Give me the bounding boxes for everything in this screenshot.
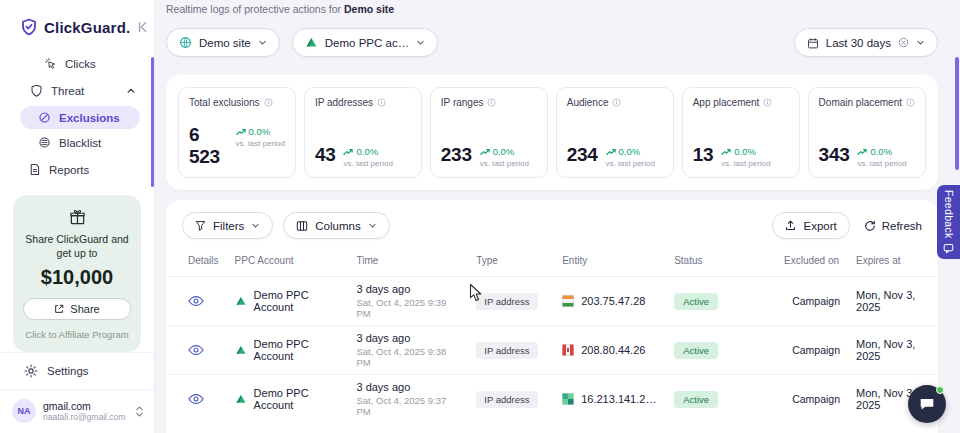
sidebar-item-label: Blacklist <box>59 137 101 149</box>
ads-account-icon <box>235 393 247 405</box>
stat-label: App placement <box>693 97 760 108</box>
info-icon[interactable] <box>763 98 772 107</box>
stat-delta-value: 0.0% <box>249 126 271 137</box>
time-relative: 3 days ago <box>356 332 460 344</box>
geo-flag-icon <box>562 393 574 405</box>
clear-date-icon[interactable] <box>898 37 909 48</box>
col-header-ppc-account[interactable]: PPC Account <box>227 249 349 277</box>
sidebar-item-label: Clicks <box>65 58 96 70</box>
chat-launcher-button[interactable] <box>908 385 946 423</box>
time-relative: 3 days ago <box>356 283 460 295</box>
excluded-on-value: Campaign <box>776 375 848 424</box>
feedback-chat-icon <box>943 243 954 254</box>
view-details-eye-icon[interactable] <box>188 393 204 405</box>
chevron-down-icon <box>258 38 267 47</box>
expires-at-value: Mon, Nov 3, 2025 <box>848 277 938 326</box>
table-row[interactable]: Demo PPC Account 3 days ago Sat, Oct 4, … <box>166 375 938 424</box>
sidebar-item-reports[interactable]: Reports <box>0 156 154 183</box>
affiliate-link[interactable]: Click to Affiliate Program <box>23 329 131 340</box>
feedback-tab[interactable]: Feedback <box>937 185 960 259</box>
feedback-tab-label: Feedback <box>943 190 955 239</box>
entity-value: 208.80.44.26 <box>581 344 645 356</box>
stat-value: 13 <box>693 144 714 166</box>
col-header-type[interactable]: Type <box>468 249 554 277</box>
col-header-status[interactable]: Status <box>666 249 776 277</box>
export-button-label: Export <box>803 220 836 232</box>
ppc-account-name: Demo PPC Account <box>254 289 341 313</box>
col-header-time[interactable]: Time <box>348 249 468 277</box>
export-icon <box>785 220 796 231</box>
type-tag: IP address <box>476 342 537 359</box>
stat-card-total-exclusions: Total exclusions 6 523 0.0% vs. last per… <box>178 87 296 178</box>
sidebar-item-settings[interactable]: Settings <box>0 352 154 389</box>
filter-row: Demo site Demo PPC ac… Last 30 days <box>166 28 938 57</box>
info-icon[interactable] <box>377 98 386 107</box>
refresh-button[interactable]: Refresh <box>864 220 922 232</box>
view-details-eye-icon[interactable] <box>188 344 204 356</box>
stat-value: 43 <box>315 144 336 166</box>
stat-period: vs. last period <box>236 139 285 148</box>
user-meta: gmail.com naatali.ro@gmail.com <box>43 400 128 422</box>
user-account-menu[interactable]: NA gmail.com naatali.ro@gmail.com <box>0 389 154 433</box>
sidebar-item-blacklist[interactable]: Blacklist <box>20 131 140 154</box>
main-content: Realtime logs of protective actions for … <box>156 0 960 433</box>
page-scrollbar[interactable] <box>955 57 959 170</box>
shield-icon <box>30 84 43 97</box>
globe-icon <box>179 36 192 49</box>
avatar: NA <box>12 399 36 423</box>
view-details-eye-icon[interactable] <box>188 295 204 307</box>
stat-card-domain-placement: Domain placement 343 0.0% vs. last perio… <box>808 87 926 178</box>
prohibited-icon <box>38 136 51 149</box>
table-row[interactable]: Demo PPC Account 3 days ago Sat, Oct 4, … <box>166 326 938 375</box>
info-icon[interactable] <box>487 98 496 107</box>
ppc-account-filter-value: Demo PPC ac… <box>325 37 409 49</box>
clickguard-logo-icon <box>20 18 38 36</box>
stat-period: vs. last period <box>343 159 392 168</box>
date-range-dropdown[interactable]: Last 30 days <box>794 28 938 57</box>
export-button[interactable]: Export <box>772 212 849 239</box>
stat-period: vs. last period <box>857 159 906 168</box>
stat-value: 233 <box>441 144 472 166</box>
status-badge: Active <box>674 391 718 408</box>
affiliate-promo-card: Share ClickGuard and get up to $10,000 S… <box>13 195 141 352</box>
stat-period: vs. last period <box>721 159 770 168</box>
trending-up-icon <box>721 148 731 156</box>
info-icon[interactable] <box>264 98 273 107</box>
share-button-label: Share <box>70 303 99 315</box>
share-button[interactable]: Share <box>23 298 131 320</box>
info-icon[interactable] <box>612 98 621 107</box>
stat-value: 343 <box>819 144 850 166</box>
col-header-entity[interactable]: Entity <box>554 249 666 277</box>
sidebar-item-threat[interactable]: Threat <box>0 77 154 104</box>
chevron-down-icon <box>416 38 425 47</box>
time-relative: 3 days ago <box>356 381 460 393</box>
circle-slash-icon <box>38 111 51 124</box>
info-icon[interactable] <box>906 98 915 107</box>
stat-value: 234 <box>567 144 598 166</box>
sidebar-collapse-icon[interactable] <box>136 20 150 34</box>
stat-delta-value: 0.0% <box>619 146 641 157</box>
time-absolute: Sat, Oct 4, 2025 9:37 PM <box>356 395 460 417</box>
stat-period: vs. last period <box>480 159 529 168</box>
sidebar-item-clicks[interactable]: Clicks <box>0 50 154 77</box>
trending-up-icon <box>480 148 490 156</box>
filters-button[interactable]: Filters <box>182 212 273 239</box>
columns-button[interactable]: Columns <box>283 212 389 239</box>
sidebar-item-label: Exclusions <box>59 112 120 124</box>
time-absolute: Sat, Oct 4, 2025 9:38 PM <box>356 346 460 368</box>
col-header-excluded-on[interactable]: Excluded on <box>776 249 848 277</box>
ppc-account-filter-dropdown[interactable]: Demo PPC ac… <box>292 28 438 57</box>
excluded-on-value: Campaign <box>776 277 848 326</box>
stat-card-app-placement: App placement 13 0.0% vs. last period <box>682 87 800 178</box>
col-header-expires-at[interactable]: Expires at <box>848 249 938 277</box>
trending-up-icon <box>606 148 616 156</box>
col-header-details[interactable]: Details <box>166 249 227 277</box>
funnel-icon <box>195 220 206 231</box>
columns-button-label: Columns <box>315 220 360 232</box>
chevron-down-icon <box>368 221 377 230</box>
sidebar-item-exclusions[interactable]: Exclusions <box>20 106 140 129</box>
site-filter-dropdown[interactable]: Demo site <box>166 28 280 57</box>
sidebar-scrollbar[interactable] <box>151 57 154 187</box>
stats-panel: Total exclusions 6 523 0.0% vs. last per… <box>166 75 938 190</box>
table-row[interactable]: Demo PPC Account 3 days ago Sat, Oct 4, … <box>166 277 938 326</box>
